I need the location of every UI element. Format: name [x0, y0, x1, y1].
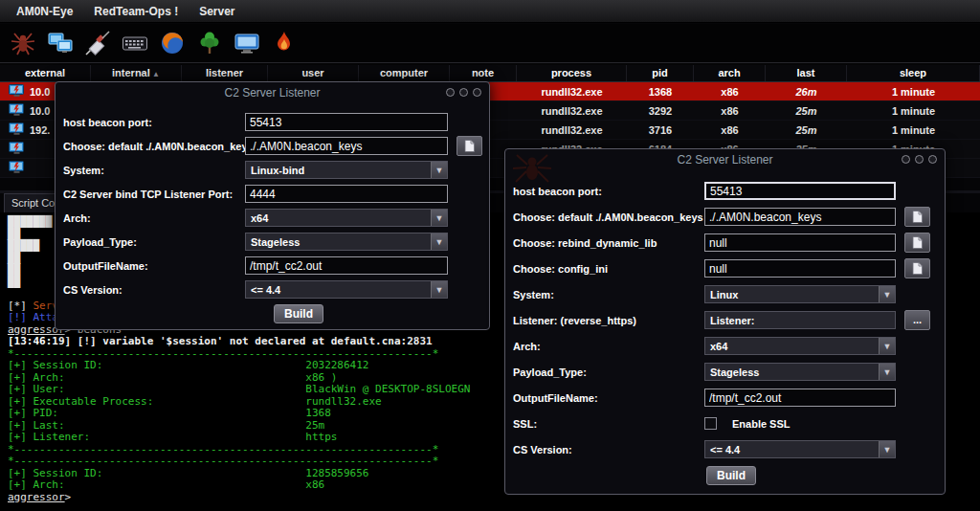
column-header-pid[interactable]: pid — [627, 65, 694, 81]
file-browse-button[interactable] — [904, 233, 930, 253]
cell-sleep: 1 minute — [847, 124, 980, 136]
window-control-circle-icon[interactable] — [928, 155, 937, 164]
field-control: Linux-bind▼ — [245, 161, 483, 179]
field-label: Payload_Type: — [513, 367, 704, 378]
field-row-payload-type: Payload_Type:Stageless▼ — [513, 363, 939, 381]
console-text: [13:46:19] [!] variable '$session' not d… — [8, 335, 433, 347]
column-header-last[interactable]: last — [766, 65, 847, 81]
console-text: ██ — [8, 228, 20, 240]
field-label: host beacon port: — [513, 186, 704, 197]
screenshot-icon[interactable] — [233, 29, 261, 57]
console-text: [+] Arch: x86 ) — [8, 371, 337, 384]
console-text: [!] — [8, 311, 33, 323]
outputfilename-input[interactable] — [704, 389, 896, 407]
menu-item-redteam-ops[interactable]: RedTeam-Ops ! — [83, 0, 189, 23]
field-control: Linux▼ — [704, 285, 939, 303]
chevron-down-icon[interactable]: ▼ — [879, 441, 895, 457]
app-window: AM0N-EyeRedTeam-Ops !Server externalinte… — [0, 0, 980, 511]
keyboard-icon[interactable] — [121, 29, 149, 57]
console-text: [+] Executable Process: rundll32.exe — [8, 395, 382, 408]
window-control-circle-icon[interactable] — [915, 155, 924, 164]
chevron-down-icon[interactable]: ▼ — [431, 281, 447, 298]
field-label: Payload_Type: — [63, 236, 245, 248]
menu-item-server[interactable]: Server — [189, 0, 245, 23]
sort-asc-icon: ▲ — [150, 70, 160, 78]
field-control — [245, 136, 483, 156]
chevron-down-icon[interactable]: ▼ — [431, 162, 447, 178]
chevron-down-icon[interactable]: ▼ — [879, 364, 895, 380]
column-header-arch[interactable]: arch — [694, 65, 766, 81]
column-header-note[interactable]: note — [450, 65, 517, 81]
tree-icon[interactable] — [195, 29, 224, 57]
column-header-external[interactable]: external — [0, 65, 91, 81]
field-label: Arch: — [63, 212, 245, 224]
file-browse-button[interactable] — [457, 136, 482, 156]
select-value: Linux — [710, 289, 738, 300]
host-beacon-port-input[interactable] — [245, 113, 448, 131]
column-header-computer[interactable]: computer — [359, 65, 450, 81]
file-browse-button[interactable] — [904, 207, 930, 227]
console-text: [+] User: BlackWin @ DESKTOP-8SLOEGN — [8, 383, 470, 395]
field-control: <= 4.4▼ — [704, 440, 939, 458]
dialog-titlebar[interactable]: C2 Server Listener — [56, 82, 489, 103]
console-text: *---------------------------------------… — [8, 455, 438, 467]
flame-icon[interactable] — [270, 29, 299, 57]
host-beacon-port-input[interactable] — [704, 182, 896, 200]
arch-select[interactable]: x64▼ — [245, 209, 448, 227]
console-text: [+] Session ID: 2032286412 — [8, 359, 369, 371]
window-control-circle-icon[interactable] — [446, 88, 455, 97]
window-control-circle-icon[interactable] — [902, 155, 910, 164]
column-header-listener[interactable]: listener — [182, 65, 268, 81]
choose-config-ini-input[interactable] — [704, 259, 896, 278]
listener-browse-button[interactable]: ... — [904, 310, 930, 330]
column-header-user[interactable]: user — [268, 65, 359, 81]
browser-icon[interactable] — [158, 29, 187, 57]
outputfilename-input[interactable] — [245, 256, 448, 275]
system-select[interactable]: Linux-bind▼ — [245, 161, 448, 179]
build-button[interactable]: Build — [274, 304, 323, 323]
field-control: Stageless▼ — [704, 363, 939, 381]
window-control-circle-icon[interactable] — [473, 88, 481, 97]
chevron-down-icon[interactable]: ▼ — [879, 338, 895, 354]
chevron-down-icon[interactable]: ▼ — [879, 286, 895, 302]
cs-version-select[interactable]: <= 4.4▼ — [704, 440, 896, 458]
select-value: x64 — [251, 212, 268, 224]
field-row-listener-reverse-https: Listener: (reverse_https)Listener:... — [513, 311, 939, 329]
dialog-titlebar[interactable]: C2 Server Listener — [505, 149, 945, 170]
field-control — [704, 389, 939, 407]
payload-type-select[interactable]: Stageless▼ — [245, 233, 448, 251]
window-control-circle-icon[interactable] — [459, 88, 468, 97]
payload-type-select[interactable]: Stageless▼ — [704, 363, 896, 381]
monitors-icon[interactable] — [46, 29, 75, 57]
spider-icon[interactable] — [9, 29, 37, 57]
field-row-outputfilename: OutputFileName: — [513, 389, 939, 407]
listener-select[interactable]: Listener: — [704, 311, 896, 329]
field-control — [245, 185, 483, 203]
cs-version-select[interactable]: <= 4.4▼ — [245, 280, 448, 299]
cell-arch: x86 — [694, 124, 766, 136]
column-header-internal[interactable]: internal ▲ — [91, 65, 182, 81]
chevron-down-icon[interactable]: ▼ — [431, 210, 447, 226]
choose-default-am0n-beacon-keys-input[interactable] — [704, 208, 896, 226]
arch-select[interactable]: x64▼ — [704, 337, 896, 355]
file-browse-button[interactable] — [904, 258, 930, 278]
system-select[interactable]: Linux▼ — [704, 285, 896, 303]
choose-rebind-dynamic-lib-input[interactable] — [704, 233, 896, 252]
build-button[interactable]: Build — [706, 466, 756, 485]
injection-icon[interactable] — [83, 29, 112, 57]
c2-server-bind-tcp-listener-port-input[interactable] — [245, 185, 448, 203]
field-row-system: System:Linux▼ — [513, 285, 939, 303]
field-label: OutputFileName: — [513, 392, 704, 404]
console-text: *---------------------------------------… — [8, 347, 438, 360]
ssl-checkbox[interactable] — [704, 417, 717, 430]
field-label: CS Version: — [63, 284, 245, 296]
field-row-cs-version: CS Version:<= 4.4▼ — [513, 440, 939, 458]
field-row-system: System:Linux-bind▼ — [63, 161, 483, 179]
select-value: <= 4.4 — [251, 284, 280, 296]
cell-pid: 3292 — [627, 105, 694, 117]
column-header-sleep[interactable]: sleep — [847, 65, 980, 81]
column-header-process[interactable]: process — [517, 65, 627, 81]
menu-item-am0n-eye[interactable]: AM0N-Eye — [6, 0, 83, 23]
choose-default-am0n-beacon-keys-input[interactable] — [245, 137, 448, 155]
chevron-down-icon[interactable]: ▼ — [431, 233, 447, 250]
